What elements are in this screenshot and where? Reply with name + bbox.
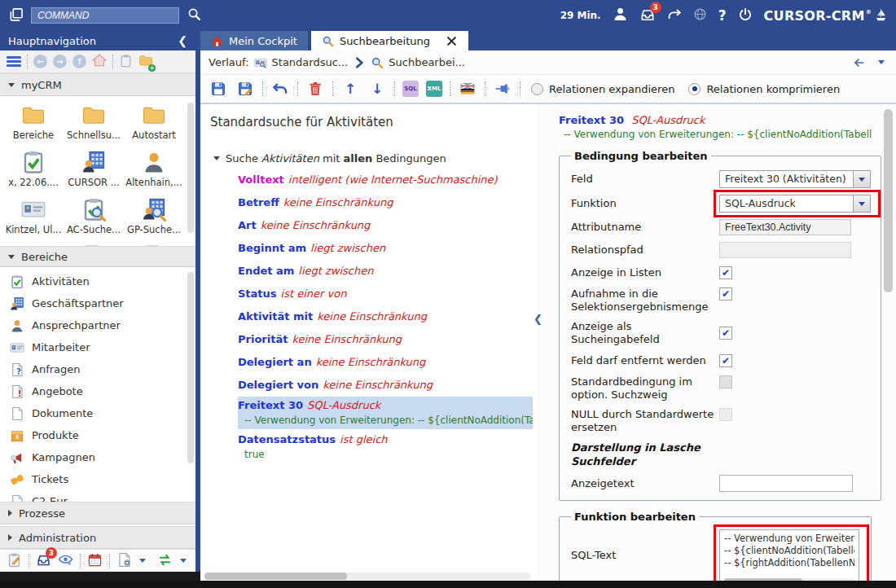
document-settings-icon[interactable] <box>116 552 132 570</box>
pin-button[interactable] <box>493 79 512 99</box>
radio-relationen-expandieren[interactable]: Relationen expandieren <box>531 83 674 95</box>
redo-icon[interactable] <box>667 7 682 24</box>
section-administration[interactable]: Administration <box>0 526 195 549</box>
radio-relationen-komprimieren[interactable]: Relationen komprimieren <box>688 83 840 95</box>
calendar-icon[interactable] <box>87 552 103 570</box>
mycrm-item[interactable]: AC-Suche... <box>64 194 124 241</box>
tree-condition-freitext30-selected[interactable]: Freitext 30SQL-Ausdruck -- Verwendung vo… <box>238 397 533 429</box>
save-button[interactable] <box>209 79 228 99</box>
tree-condition-aktivitaet-mit[interactable]: Aktivität mitkeine Einschränkung <box>238 305 536 328</box>
nav-back-icon[interactable]: ← <box>33 55 47 68</box>
radio-circle[interactable] <box>531 83 543 95</box>
save-as-button[interactable] <box>235 79 255 99</box>
mycrm-item[interactable]: Schnellsu... <box>64 99 124 147</box>
checkbox-selektionsergebnismenge[interactable] <box>719 287 732 301</box>
mycrm-item[interactable]: CURSOR ... <box>64 147 124 194</box>
sidebar-item-geschaeftspartner[interactable]: Geschäftspartner <box>0 292 195 314</box>
notifications-button[interactable]: 3 <box>639 7 656 25</box>
mycrm-item[interactable]: Kintzel, Ul... <box>3 194 64 241</box>
sidebar-item-anfragen[interactable]: ?Anfragen <box>0 358 195 380</box>
help-button[interactable]: ? <box>718 7 727 24</box>
sidebar-item-angebote[interactable]: !Angebote <box>0 380 195 402</box>
mycrm-item-partial[interactable] <box>3 241 64 246</box>
sidebar-item-tickets[interactable]: Tickets <box>0 468 195 490</box>
tree-expander-icon[interactable] <box>213 156 220 160</box>
clipboard-icon[interactable] <box>119 54 133 70</box>
breadcrumb-item[interactable]: Standardsuc... <box>272 56 349 68</box>
xml-export-button[interactable]: XML <box>426 81 442 97</box>
tree-condition-betreff[interactable]: Betreffkeine Einschränkung <box>238 191 536 214</box>
globe-icon[interactable] <box>693 7 707 24</box>
tree-condition-datensatzstatus[interactable]: Datensatzstatusist gleich <box>238 431 536 449</box>
user-icon[interactable] <box>613 7 628 24</box>
mycrm-item-partial[interactable] <box>64 241 124 246</box>
language-flag-icon[interactable] <box>458 79 477 99</box>
logout-power-button[interactable] <box>738 7 753 24</box>
section-prozesse[interactable]: Prozesse <box>0 502 195 524</box>
bereiche-scrollbar[interactable] <box>187 272 194 463</box>
checkbox-standardbedingung[interactable] <box>719 375 732 388</box>
sql-text-area[interactable]: -- Verwendung von Erweiteru -- ${clientN… <box>719 529 859 581</box>
mycrm-item[interactable]: GP-Suche... <box>124 194 184 241</box>
mycrm-item[interactable]: Autostart <box>124 99 184 147</box>
tree-condition-art[interactable]: Artkeine Einschränkung <box>238 214 536 237</box>
tree-horizontal-scrollbar[interactable] <box>204 573 530 580</box>
tree-condition-prioritaet[interactable]: Prioritätkeine Einschränkung <box>238 328 536 351</box>
checkbox-anzeige-in-listen[interactable] <box>719 266 732 279</box>
mycrm-item[interactable]: x, 22.06.... <box>3 147 64 194</box>
detail-vertical-scrollbar[interactable] <box>884 109 893 565</box>
sql-export-button[interactable]: SQL <box>402 81 419 97</box>
tab-mein-cockpit[interactable]: Mein Cockpit <box>200 31 308 50</box>
window-switch-icon[interactable] <box>8 7 24 25</box>
funktion-dropdown[interactable]: SQL-Ausdruck <box>719 195 871 213</box>
tab-close-icon[interactable] <box>446 35 458 47</box>
sync-icon[interactable] <box>157 552 173 570</box>
sidebar-item-kampagnen[interactable]: Kampagnen <box>0 446 195 468</box>
delete-button[interactable] <box>305 79 325 99</box>
checkbox-feld-entfernbar[interactable] <box>719 354 732 367</box>
undo-button[interactable] <box>270 79 290 99</box>
inbox-button[interactable]: 3 <box>36 552 51 570</box>
sidebar-item-c2-eur[interactable]: C2-Eur... <box>0 490 195 502</box>
feld-dropdown[interactable]: Freitext 30 (Aktivitäten) <box>719 170 871 188</box>
mycrm-scrollbar[interactable] <box>187 103 194 233</box>
sidebar-item-aktivitaeten[interactable]: Aktivitäten <box>0 270 195 292</box>
command-input[interactable] <box>31 7 179 24</box>
move-down-button[interactable]: ↓ <box>367 79 387 99</box>
collapse-panel-icon[interactable]: ❮ <box>534 313 542 325</box>
document-settings-caret[interactable] <box>139 559 146 563</box>
nav-up-icon[interactable]: ↑ <box>72 55 86 68</box>
sync-caret[interactable] <box>180 559 187 563</box>
tree-root[interactable]: Suche Aktivitäten mit allen Bedingungen <box>213 147 536 169</box>
tree-condition-status[interactable]: Statusist einer von <box>238 283 536 305</box>
tree-condition-delegiert-von[interactable]: Delegiert vonkeine Einschränkung <box>238 374 536 397</box>
panel-splitter[interactable]: ❮ <box>536 104 542 581</box>
section-bereiche[interactable]: Bereiche <box>0 246 195 267</box>
new-folder-icon[interactable]: + <box>138 53 153 70</box>
tree-condition-delegiert-an[interactable]: Delegiert ankeine Einschränkung <box>238 351 536 374</box>
sidebar-item-dokumente[interactable]: Dokumente <box>0 402 195 424</box>
back-arrow-icon[interactable] <box>853 56 866 69</box>
sidebar-collapse-icon[interactable]: ❮ <box>178 34 187 47</box>
chevron-down-icon[interactable] <box>853 195 871 213</box>
move-up-button[interactable]: ↑ <box>340 79 360 99</box>
mycrm-item[interactable]: Bereiche <box>3 99 64 147</box>
breadcrumb-item[interactable]: Suchbearbei... <box>389 56 465 68</box>
sidebar-item-ansprechpartner[interactable]: Ansprechpartner <box>0 314 195 336</box>
search-icon[interactable] <box>187 7 201 24</box>
radio-circle-selected[interactable] <box>688 83 701 95</box>
anzeigetext-input[interactable] <box>719 475 853 492</box>
tree-condition-volltext[interactable]: Volltextintelligent (wie Internet-Suchma… <box>238 169 536 191</box>
menu-icon[interactable] <box>7 56 21 67</box>
tree-condition-beginnt-am[interactable]: Beginnt amliegt zwischen <box>238 237 536 260</box>
sidebar-item-produkte[interactable]: Produkte <box>0 424 195 446</box>
chevron-down-icon[interactable] <box>853 170 871 188</box>
sidebar-item-mitarbeiter[interactable]: Mitarbeiter <box>0 336 195 358</box>
nav-forward-icon[interactable]: → <box>53 55 67 68</box>
checkbox-sucheingabefeld[interactable] <box>719 327 732 340</box>
mycrm-item-partial[interactable] <box>124 241 184 246</box>
tab-suchbearbeitung[interactable]: Suchbearbeitung <box>311 31 468 50</box>
history-caret[interactable] <box>878 60 885 64</box>
notes-edit-icon[interactable] <box>7 552 22 570</box>
watchlist-eye-icon[interactable] <box>58 552 73 570</box>
